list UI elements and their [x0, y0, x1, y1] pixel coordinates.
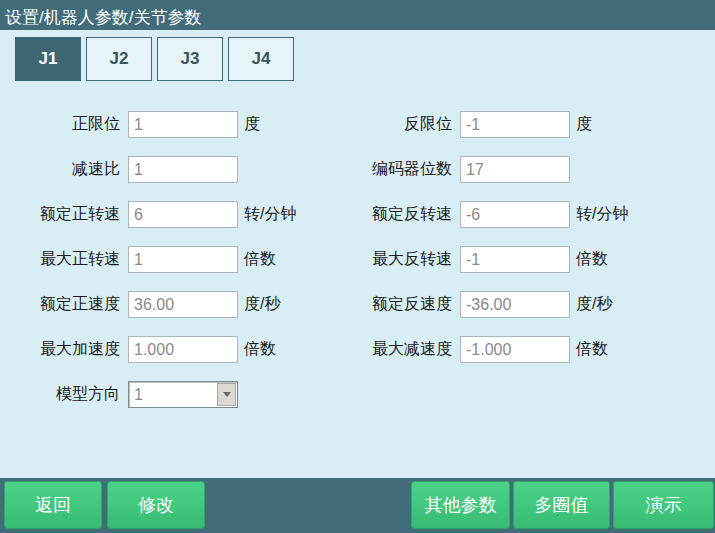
- demo-button[interactable]: 演示: [613, 481, 714, 529]
- field-label: 最大减速度: [352, 339, 460, 360]
- field-label: 反限位: [352, 114, 460, 135]
- form-row: 额定反速度 度/秒: [352, 282, 628, 327]
- encoder-bits-input[interactable]: [460, 156, 570, 183]
- max-forward-speed-input[interactable]: [128, 246, 238, 273]
- form-row: 编码器位数: [352, 147, 628, 192]
- form-row: 减速比: [20, 147, 296, 192]
- rated-forward-speed-input[interactable]: [128, 201, 238, 228]
- field-label: 模型方向: [20, 384, 128, 405]
- field-unit: 倍数: [576, 249, 608, 270]
- field-unit: 倍数: [576, 339, 608, 360]
- form-left-column: 正限位 度 减速比 额定正转速 转/分钟 最大正转速 倍数 额定正速度 度/秒 …: [20, 102, 296, 417]
- other-params-button[interactable]: 其他参数: [411, 481, 510, 529]
- field-unit: 转/分钟: [244, 204, 296, 225]
- field-label: 最大反转速: [352, 249, 460, 270]
- field-label: 正限位: [20, 114, 128, 135]
- field-label: 额定正速度: [20, 294, 128, 315]
- tab-j1[interactable]: J1: [15, 37, 81, 81]
- field-unit: 度: [576, 114, 592, 135]
- max-reverse-speed-input[interactable]: [460, 246, 570, 273]
- negative-limit-input[interactable]: [460, 111, 570, 138]
- model-direction-select[interactable]: 1: [128, 381, 238, 408]
- max-deceleration-input[interactable]: [460, 336, 570, 363]
- form-row: 最大减速度 倍数: [352, 327, 628, 372]
- joint-parameters-screen: 设置/机器人参数/关节参数 J1 J2 J3 J4 正限位 度 减速比 额定正转…: [0, 0, 715, 533]
- back-button[interactable]: 返回: [4, 481, 102, 529]
- rated-forward-velocity-input[interactable]: [128, 291, 238, 318]
- form-row: 模型方向 1: [20, 372, 296, 417]
- field-label: 最大加速度: [20, 339, 128, 360]
- field-unit: 度/秒: [244, 294, 280, 315]
- field-label: 额定正转速: [20, 204, 128, 225]
- footer-bar: 返回 修改 其他参数 多圈值 演示: [0, 478, 715, 533]
- form-row: 最大正转速 倍数: [20, 237, 296, 282]
- field-label: 编码器位数: [352, 159, 460, 180]
- form-row: 反限位 度: [352, 102, 628, 147]
- positive-limit-input[interactable]: [128, 111, 238, 138]
- form-row: 额定反转速 转/分钟: [352, 192, 628, 237]
- tab-j3[interactable]: J3: [157, 37, 223, 81]
- multiturn-button[interactable]: 多圈值: [513, 481, 610, 529]
- model-direction-value: 1: [129, 386, 217, 404]
- field-unit: 转/分钟: [576, 204, 628, 225]
- tab-j2[interactable]: J2: [86, 37, 152, 81]
- reduction-ratio-input[interactable]: [128, 156, 238, 183]
- chevron-down-icon: [217, 383, 236, 406]
- form-row: 最大反转速 倍数: [352, 237, 628, 282]
- max-acceleration-input[interactable]: [128, 336, 238, 363]
- tab-j4[interactable]: J4: [228, 37, 294, 81]
- form-row: 额定正转速 转/分钟: [20, 192, 296, 237]
- breadcrumb: 设置/机器人参数/关节参数: [0, 0, 715, 30]
- field-label: 最大正转速: [20, 249, 128, 270]
- field-label: 额定反速度: [352, 294, 460, 315]
- form-row: 额定正速度 度/秒: [20, 282, 296, 327]
- field-unit: 倍数: [244, 249, 276, 270]
- form-row: 正限位 度: [20, 102, 296, 147]
- field-label: 减速比: [20, 159, 128, 180]
- field-label: 额定反转速: [352, 204, 460, 225]
- form-row: 最大加速度 倍数: [20, 327, 296, 372]
- field-unit: 度/秒: [576, 294, 612, 315]
- rated-reverse-velocity-input[interactable]: [460, 291, 570, 318]
- field-unit: 倍数: [244, 339, 276, 360]
- field-unit: 度: [244, 114, 260, 135]
- rated-reverse-speed-input[interactable]: [460, 201, 570, 228]
- form-right-column: 反限位 度 编码器位数 额定反转速 转/分钟 最大反转速 倍数 额定反速度 度/…: [352, 102, 628, 372]
- joint-tabs: J1 J2 J3 J4: [15, 37, 294, 81]
- modify-button[interactable]: 修改: [107, 481, 205, 529]
